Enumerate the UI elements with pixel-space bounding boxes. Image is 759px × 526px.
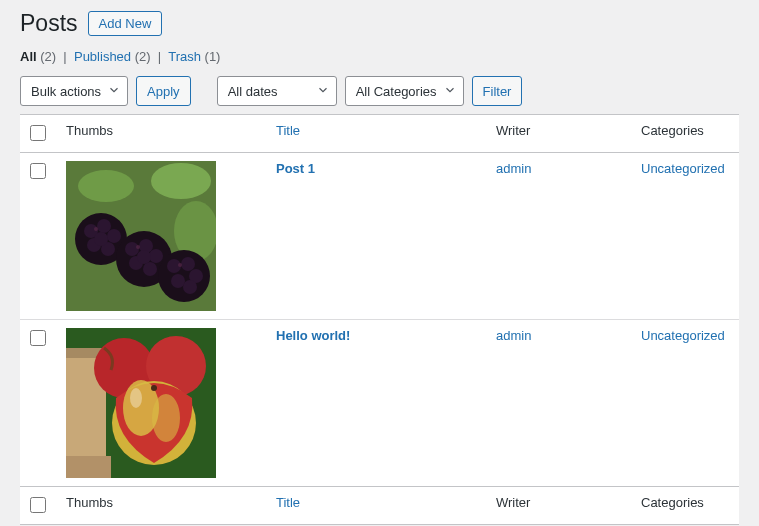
- dates-label: All dates: [228, 84, 278, 99]
- select-all-checkbox-bottom[interactable]: [30, 497, 46, 513]
- filter-published[interactable]: Published (2): [74, 49, 151, 64]
- col-writer: Writer: [486, 487, 631, 525]
- page-title: Posts: [20, 10, 78, 37]
- row-title-link[interactable]: Post 1: [276, 161, 315, 176]
- col-writer: Writer: [486, 115, 631, 153]
- filter-published-label: Published: [74, 49, 131, 64]
- col-thumbs: Thumbs: [56, 115, 266, 153]
- chevron-down-icon: [107, 83, 121, 100]
- svg-point-24: [94, 227, 98, 231]
- filter-all-count: (2): [40, 49, 56, 64]
- svg-point-26: [178, 263, 182, 267]
- thumbnail-image: [66, 328, 216, 478]
- chevron-down-icon: [316, 83, 330, 100]
- table-row: Hello world! admin Uncategorized: [20, 320, 739, 487]
- add-new-button[interactable]: Add New: [88, 11, 163, 36]
- svg-point-25: [136, 245, 140, 249]
- table-row: Post 1 admin Uncategorized: [20, 153, 739, 320]
- apply-button[interactable]: Apply: [136, 76, 191, 106]
- col-categories: Categories: [631, 487, 739, 525]
- bulk-actions-label: Bulk actions: [31, 84, 101, 99]
- dates-select[interactable]: All dates: [217, 76, 337, 106]
- filter-all[interactable]: All (2): [20, 49, 56, 64]
- svg-point-36: [151, 385, 157, 391]
- row-writer-link[interactable]: admin: [496, 328, 531, 343]
- filter-trash[interactable]: Trash (1): [168, 49, 220, 64]
- svg-point-12: [94, 232, 108, 246]
- row-checkbox[interactable]: [30, 330, 46, 346]
- view-filters: All (2) | Published (2) | Trash (1): [20, 49, 739, 64]
- filter-published-count: (2): [135, 49, 151, 64]
- svg-point-22: [171, 274, 185, 288]
- select-all-checkbox[interactable]: [30, 125, 46, 141]
- svg-point-17: [143, 262, 157, 276]
- posts-table: Thumbs Title Writer Categories: [20, 114, 739, 525]
- filter-button[interactable]: Filter: [472, 76, 523, 106]
- svg-point-18: [137, 250, 151, 264]
- categories-select[interactable]: All Categories: [345, 76, 464, 106]
- chevron-down-icon: [443, 83, 457, 100]
- row-category-link[interactable]: Uncategorized: [641, 328, 725, 343]
- row-title-link[interactable]: Hello world!: [276, 328, 350, 343]
- filter-trash-label: Trash: [168, 49, 201, 64]
- col-categories: Categories: [631, 115, 739, 153]
- svg-point-23: [183, 280, 197, 294]
- categories-label: All Categories: [356, 84, 437, 99]
- svg-point-15: [149, 249, 163, 263]
- svg-point-1: [78, 170, 134, 202]
- svg-point-13: [125, 242, 139, 256]
- row-writer-link[interactable]: admin: [496, 161, 531, 176]
- svg-point-9: [107, 229, 121, 243]
- thumbnail-image: [66, 161, 216, 311]
- svg-point-8: [97, 219, 111, 233]
- svg-point-35: [152, 394, 180, 442]
- col-thumbs: Thumbs: [56, 487, 266, 525]
- col-title[interactable]: Title: [266, 115, 486, 153]
- filter-trash-count: (1): [205, 49, 221, 64]
- svg-rect-30: [66, 456, 111, 478]
- bulk-actions-select[interactable]: Bulk actions: [20, 76, 128, 106]
- svg-point-2: [151, 163, 211, 199]
- col-title[interactable]: Title: [266, 487, 486, 525]
- svg-point-20: [181, 257, 195, 271]
- row-checkbox[interactable]: [30, 163, 46, 179]
- filter-all-label: All: [20, 49, 37, 64]
- row-category-link[interactable]: Uncategorized: [641, 161, 725, 176]
- svg-point-37: [130, 388, 142, 408]
